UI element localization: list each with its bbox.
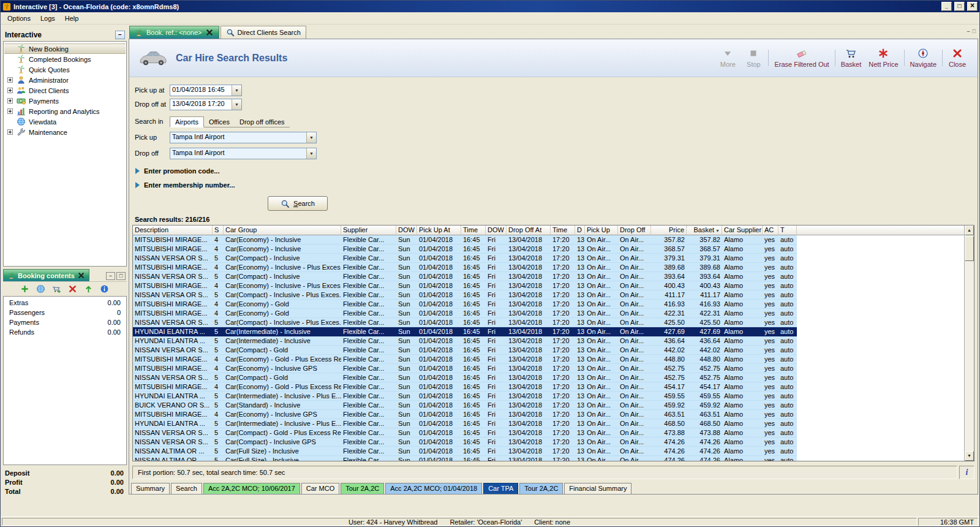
navigate-button[interactable]: Navigate <box>907 46 940 70</box>
table-row[interactable]: NISSAN VERSA OR S...5Car(Compact) - Gold… <box>133 373 797 382</box>
scroll-thumb[interactable] <box>965 236 974 261</box>
search-in-tab-offices[interactable]: Offices <box>204 117 235 127</box>
sidebar-item-direct-clients[interactable]: Direct Clients <box>4 85 126 96</box>
table-row[interactable]: NISSAN ALTIMA OR ...5Car(Full Size) - In… <box>133 456 797 461</box>
sidebar-item-administrator[interactable]: Administrator <box>4 75 126 85</box>
minimize-booking-panel-button[interactable] <box>106 272 115 280</box>
close-button[interactable]: Close <box>944 46 970 70</box>
search-in-tab-drop-off-offices[interactable]: Drop off offices <box>235 117 290 127</box>
column-header-time[interactable]: Time <box>551 226 575 235</box>
table-row[interactable]: BUICK VERANO OR S...5Car(Standard) - Inc… <box>133 401 797 410</box>
minimize-button[interactable] <box>941 2 952 11</box>
table-row[interactable]: MITSUBISHI MIRAGE...4Car(Economy) - Incl… <box>133 410 797 419</box>
close-booking-tab-icon[interactable] <box>77 271 85 279</box>
bottom-tab-car-tpa[interactable]: Car TPA <box>483 483 518 495</box>
column-header-d[interactable]: D <box>575 226 585 235</box>
table-row[interactable]: NISSAN VERSA OR S...5Car(Compact) - Incl… <box>133 290 797 300</box>
bottom-tab-acc-2a-2c-mco-10-06-2017[interactable]: Acc 2A,2C MCO; 10/06/2017 <box>203 483 300 495</box>
dropoff-location-select[interactable]: Tampa Intl Airport <box>170 148 317 159</box>
table-row[interactable]: NISSAN VERSA OR S...5Car(Compact) - Incl… <box>133 254 797 263</box>
maximize-booking-panel-button[interactable] <box>116 272 126 280</box>
table-row[interactable]: NISSAN VERSA OR S...5Car(Compact) - Gold… <box>133 428 797 438</box>
column-header-supplier[interactable]: Supplier <box>341 226 396 235</box>
document-tab-direct-clients-search[interactable]: Direct Clients Search <box>221 26 306 39</box>
expand-icon[interactable] <box>7 108 15 114</box>
minimize-document-icon[interactable] <box>967 28 970 34</box>
pickup-at-input[interactable]: 01/04/2018 16:45 <box>170 85 242 96</box>
info-button[interactable] <box>959 466 974 479</box>
pickup-location-dropdown-icon[interactable] <box>306 132 316 143</box>
restore-document-icon[interactable] <box>973 28 976 34</box>
column-header-s[interactable]: S <box>213 226 224 235</box>
erase-filtered-out-button[interactable]: Erase Filtered Out <box>771 46 832 70</box>
promotion-code-toggle[interactable]: Enter promotion code... <box>135 165 978 176</box>
booking-row-passengers[interactable]: Passengers0 <box>4 308 126 317</box>
table-row[interactable]: MITSUBISHI MIRAGE...4Car(Economy) - Gold… <box>133 355 797 364</box>
booking-row-payments[interactable]: Payments0.00 <box>4 317 126 327</box>
booking-row-refunds[interactable]: Refunds0.00 <box>4 327 126 337</box>
column-header-description[interactable]: Description <box>133 226 213 235</box>
scroll-up-icon[interactable] <box>965 226 974 235</box>
booking-row-extras[interactable]: Extras0.00 <box>4 298 126 308</box>
table-row[interactable]: MITSUBISHI MIRAGE...4Car(Economy) - Gold… <box>133 382 797 392</box>
sidebar-item-new-booking[interactable]: New Booking <box>4 44 126 54</box>
table-row[interactable]: HYUNDAI ELANTRA ...5Car(Intermediate) - … <box>133 419 797 428</box>
table-row[interactable]: MITSUBISHI MIRAGE...4Car(Economy) - Incl… <box>133 235 797 245</box>
column-header-basket[interactable]: Basket▼ <box>687 226 722 235</box>
bottom-tab-summary[interactable]: Summary <box>131 483 170 495</box>
column-header-drop-off-at[interactable]: Drop Off At <box>507 226 551 235</box>
table-row[interactable]: HYUNDAI ELANTRA ...5Car(Intermediate) - … <box>133 327 797 336</box>
menu-logs[interactable]: Logs <box>36 13 60 23</box>
search-in-tab-airports[interactable]: Airports <box>170 116 204 127</box>
bottom-tab-tour-2a-2c[interactable]: Tour 2A,2C <box>341 483 384 495</box>
bottom-tab-financial-summary[interactable]: Financial Summary <box>564 483 631 495</box>
nett-price-button[interactable]: Nett Price <box>865 46 902 70</box>
table-row[interactable]: MITSUBISHI MIRAGE...4Car(Economy) - Gold… <box>133 300 797 309</box>
search-button[interactable]: Search <box>268 196 328 211</box>
booking-contents-tab[interactable]: Booking contents <box>3 269 89 281</box>
sidebar-item-quick-quotes[interactable]: Quick Quotes <box>4 64 126 75</box>
maximize-button[interactable] <box>954 2 965 11</box>
pickup-location-select[interactable]: Tampa Intl Airport <box>170 132 317 143</box>
upload-button[interactable] <box>84 284 94 294</box>
dropoff-location-dropdown-icon[interactable] <box>306 148 316 159</box>
add-item-button[interactable] <box>20 284 30 294</box>
bottom-tab-acc-2a-2c-mco-01-04-2018[interactable]: Acc 2A,2C MCO; 01/04/2018 <box>385 483 482 495</box>
table-row[interactable]: HYUNDAI ELANTRA ...5Car(Intermediate) - … <box>133 392 797 401</box>
table-row[interactable]: MITSUBISHI MIRAGE...4Car(Economy) - Incl… <box>133 245 797 254</box>
expand-icon[interactable] <box>7 77 15 83</box>
vertical-scrollbar[interactable] <box>964 226 974 461</box>
table-row[interactable]: NISSAN ALTIMA OR ...5Car(Full Size) - In… <box>133 447 797 456</box>
table-row[interactable]: NISSAN VERSA OR S...5Car(Compact) - Gold… <box>133 346 797 355</box>
scroll-down-icon[interactable] <box>965 451 974 461</box>
expand-icon[interactable] <box>7 98 15 104</box>
world-button[interactable] <box>36 284 46 294</box>
bottom-tab-tour-2a-2c[interactable]: Tour 2A,2C <box>519 483 563 495</box>
table-row[interactable]: MITSUBISHI MIRAGE...4Car(Economy) - Incl… <box>133 263 797 272</box>
column-header-dow[interactable]: DOW <box>486 226 507 235</box>
membership-number-toggle[interactable]: Enter membership number... <box>135 180 978 191</box>
table-row[interactable]: NISSAN VERSA OR S...5Car(Compact) - Incl… <box>133 272 797 281</box>
column-header-car-group[interactable]: Car Group <box>224 226 341 235</box>
document-tab-book-ref-none[interactable]: Book. ref.: <none> <box>129 26 219 39</box>
pickup-at-dropdown-icon[interactable] <box>232 85 241 96</box>
booking-info-button[interactable] <box>100 284 110 294</box>
bottom-tab-car-mco[interactable]: Car MCO <box>301 483 339 495</box>
sidebar-item-completed-bookings[interactable]: Completed Bookings <box>4 54 126 64</box>
collapse-panel-button[interactable] <box>115 31 125 39</box>
close-tab-icon[interactable] <box>205 28 214 37</box>
add-to-basket-button[interactable] <box>52 284 62 294</box>
column-header-t[interactable]: T <box>778 226 797 235</box>
table-row[interactable]: MITSUBISHI MIRAGE...4Car(Economy) - Gold… <box>133 309 797 318</box>
dropoff-at-dropdown-icon[interactable] <box>232 99 241 110</box>
sidebar-item-viewdata[interactable]: Viewdata <box>4 116 126 127</box>
table-row[interactable]: MITSUBISHI MIRAGE...4Car(Economy) - Incl… <box>133 281 797 290</box>
expand-icon[interactable] <box>7 129 15 135</box>
dropoff-at-input[interactable]: 13/04/2018 17:20 <box>170 99 242 110</box>
table-row[interactable]: NISSAN VERSA OR S...5Car(Compact) - Incl… <box>133 318 797 327</box>
bottom-tab-search[interactable]: Search <box>171 483 202 495</box>
column-header-time[interactable]: Time <box>461 226 486 235</box>
table-row[interactable]: HYUNDAI ELANTRA ...5Car(Intermediate) - … <box>133 336 797 346</box>
close-window-button[interactable] <box>967 2 978 11</box>
menu-options[interactable]: Options <box>2 13 36 23</box>
